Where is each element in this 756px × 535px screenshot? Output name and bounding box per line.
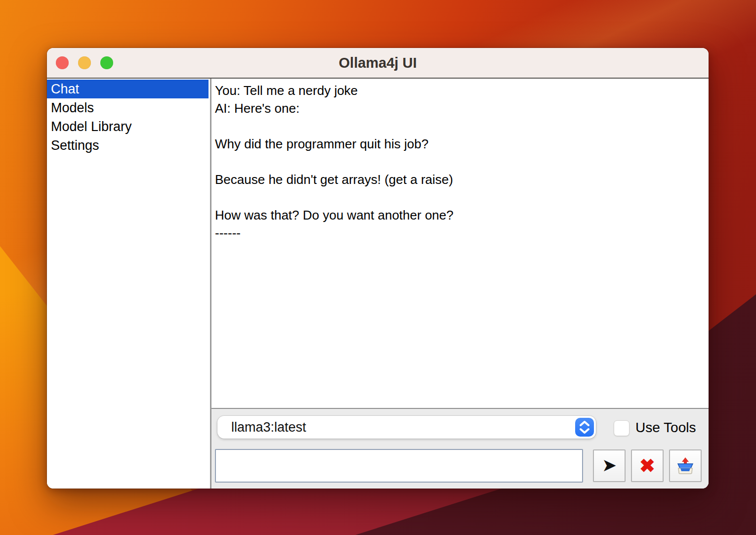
tray-upload-icon [675,456,695,475]
title-bar[interactable]: Ollama4j UI [47,48,709,79]
upload-button[interactable] [669,449,702,482]
message-input[interactable] [215,449,583,483]
model-dropdown-value: llama3:latest [231,416,306,439]
window-content: Chat Models Model Library Settings You: … [47,79,709,489]
composer-panel: llama3:latest Use Tools ➤ ✖ [211,409,709,489]
cancel-button[interactable]: ✖ [631,449,664,482]
window-title: Ollama4j UI [47,48,709,78]
send-arrow-icon: ➤ [602,456,617,474]
sidebar-nav: Chat Models Model Library Settings [47,79,210,489]
cancel-x-icon: ✖ [639,456,655,475]
send-button[interactable]: ➤ [593,449,626,482]
sidebar-item-settings[interactable]: Settings [47,136,209,155]
sidebar-item-models[interactable]: Models [47,98,209,117]
up-down-chevrons-icon [578,420,591,435]
dropdown-stepper-icon[interactable] [575,418,594,437]
app-window: Ollama4j UI Chat Models Model Library Se… [47,48,709,489]
chat-transcript-text: You: Tell me a nerdy joke AI: Here's one… [215,82,704,242]
model-dropdown[interactable]: llama3:latest [217,416,596,439]
use-tools-label: Use Tools [635,419,696,437]
chat-transcript-area[interactable]: You: Tell me a nerdy joke AI: Here's one… [211,79,709,408]
sidebar-item-chat[interactable]: Chat [47,80,209,98]
use-tools-checkbox[interactable] [614,420,630,436]
sidebar-item-model-library[interactable]: Model Library [47,117,209,136]
